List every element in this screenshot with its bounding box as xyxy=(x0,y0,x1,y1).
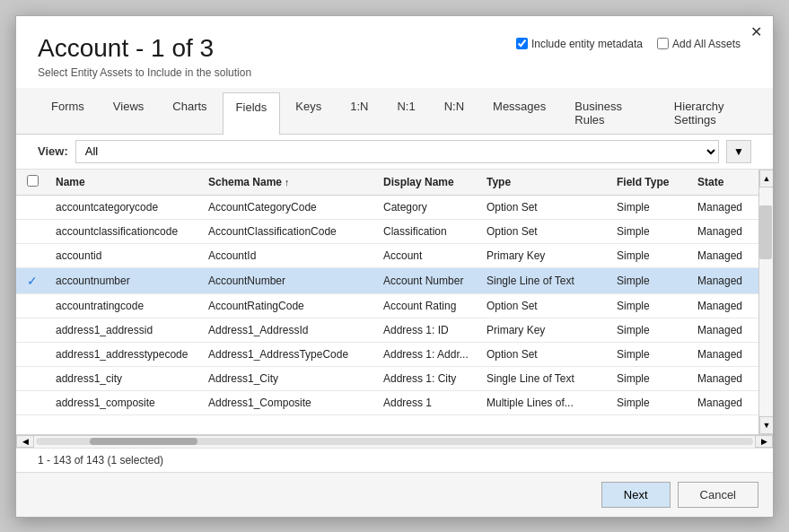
next-button[interactable]: Next xyxy=(601,482,671,508)
include-metadata-checkbox[interactable] xyxy=(516,38,528,49)
row-state: Managed xyxy=(690,219,758,243)
row-display-name: Account Rating xyxy=(376,293,479,318)
table-row[interactable]: address1_addressidAddress1_AddressIdAddr… xyxy=(16,318,758,342)
row-name: address1_city xyxy=(48,366,201,390)
row-name: address1_addressid xyxy=(48,318,201,342)
tab-hierarchy_settings[interactable]: Hierarchy Settings xyxy=(661,92,771,134)
table-row[interactable]: accountidAccountIdAccountPrimary KeySimp… xyxy=(16,243,758,267)
sort-arrow-schema: ↑ xyxy=(285,177,290,188)
row-checkmark: ✓ xyxy=(27,274,38,288)
main-dialog: ✕ Account - 1 of 3 Select Entity Assets … xyxy=(15,15,774,518)
row-schema-name: Address1_AddressTypeCode xyxy=(201,342,376,366)
row-field-type: Simple xyxy=(609,293,690,318)
col-type[interactable]: Type xyxy=(479,170,609,196)
row-type: Option Set xyxy=(479,293,609,318)
row-type: Single Line of Text xyxy=(479,366,609,390)
row-name: accountid xyxy=(48,243,201,267)
tab-keys[interactable]: Keys xyxy=(282,92,335,134)
row-display-name: Category xyxy=(376,195,479,219)
col-state[interactable]: State xyxy=(690,170,758,196)
scroll-left-btn[interactable]: ◀ xyxy=(16,435,34,448)
row-check-cell xyxy=(16,219,48,243)
table-row[interactable]: ✓accountnumberAccountNumberAccount Numbe… xyxy=(16,267,758,293)
table-row[interactable]: address1_compositeAddress1_CompositeAddr… xyxy=(16,390,758,414)
tab-business_rules[interactable]: Business Rules xyxy=(561,92,659,134)
row-schema-name: AccountCategoryCode xyxy=(201,195,376,219)
table-wrapper[interactable]: Name Schema Name ↑ Display Name Type Fie… xyxy=(16,170,758,434)
row-schema-name: AccountClassificationCode xyxy=(201,219,376,243)
row-type: Option Set xyxy=(479,219,609,243)
row-type: Option Set xyxy=(479,195,609,219)
row-state: Managed xyxy=(690,267,758,293)
tab-views[interactable]: Views xyxy=(100,92,157,134)
horiz-scroll-track xyxy=(36,438,753,445)
horiz-scroll-thumb xyxy=(90,438,197,445)
scroll-up-btn[interactable]: ▲ xyxy=(759,170,773,188)
row-check-cell xyxy=(16,318,48,342)
row-type: Single Line of Text xyxy=(479,267,609,293)
select-all-checkbox[interactable] xyxy=(27,175,39,187)
row-name: address1_composite xyxy=(48,390,201,414)
row-schema-name: Address1_AddressId xyxy=(201,318,376,342)
view-select[interactable]: All xyxy=(75,140,719,163)
row-display-name: Address 1 xyxy=(376,390,479,414)
cancel-button[interactable]: Cancel xyxy=(678,482,758,508)
include-metadata-option[interactable]: Include entity metadata xyxy=(516,38,643,50)
col-field-type[interactable]: Field Type xyxy=(609,170,690,196)
row-display-name: Classification xyxy=(376,219,479,243)
include-metadata-label: Include entity metadata xyxy=(531,38,643,50)
col-check xyxy=(16,170,48,196)
status-bar: 1 - 143 of 143 (1 selected) xyxy=(16,448,773,472)
tab-charts[interactable]: Charts xyxy=(159,92,220,134)
row-display-name: Address 1: City xyxy=(376,366,479,390)
row-state: Managed xyxy=(690,318,758,342)
table-row[interactable]: accountclassificationcodeAccountClassifi… xyxy=(16,219,758,243)
add-all-assets-option[interactable]: Add All Assets xyxy=(657,38,741,50)
row-field-type: Simple xyxy=(609,390,690,414)
col-schema-name[interactable]: Schema Name ↑ xyxy=(201,170,376,196)
view-bar: View: All ▼ xyxy=(16,135,773,170)
tab-n1[interactable]: N:1 xyxy=(383,92,428,134)
row-field-type: Simple xyxy=(609,219,690,243)
tab-nn[interactable]: N:N xyxy=(431,92,478,134)
row-schema-name: Address1_Composite xyxy=(201,390,376,414)
dialog-header: Account - 1 of 3 Select Entity Assets to… xyxy=(16,16,773,88)
add-all-assets-label: Add All Assets xyxy=(672,38,741,50)
table-row[interactable]: accountratingcodeAccountRatingCodeAccoun… xyxy=(16,293,758,318)
scroll-right-btn[interactable]: ▶ xyxy=(755,435,773,448)
row-type: Multiple Lines of... xyxy=(479,390,609,414)
tab-fields[interactable]: Fields xyxy=(223,92,281,135)
tab-messages[interactable]: Messages xyxy=(479,92,559,134)
row-field-type: Simple xyxy=(609,243,690,267)
row-check-cell xyxy=(16,390,48,414)
vertical-scrollbar[interactable]: ▲ ▼ xyxy=(758,170,773,434)
row-state: Managed xyxy=(690,366,758,390)
col-display-name[interactable]: Display Name xyxy=(376,170,479,196)
view-dropdown-btn[interactable]: ▼ xyxy=(726,140,751,163)
dialog-footer: Next Cancel xyxy=(16,472,773,517)
row-check-cell: ✓ xyxy=(16,267,48,293)
close-button[interactable]: ✕ xyxy=(750,25,762,39)
scroll-down-btn[interactable]: ▼ xyxy=(759,416,773,434)
table-row[interactable]: address1_addresstypecodeAddress1_Address… xyxy=(16,342,758,366)
scroll-thumb xyxy=(759,205,772,259)
row-check-cell xyxy=(16,366,48,390)
row-name: accountcategorycode xyxy=(48,195,201,219)
row-schema-name: AccountRatingCode xyxy=(201,293,376,318)
add-all-assets-checkbox[interactable] xyxy=(657,38,669,49)
fields-table: Name Schema Name ↑ Display Name Type Fie… xyxy=(16,170,758,415)
tab-1n[interactable]: 1:N xyxy=(337,92,381,134)
row-name: accountclassificationcode xyxy=(48,219,201,243)
table-body: accountcategorycodeAccountCategoryCodeCa… xyxy=(16,195,758,414)
tab-forms[interactable]: Forms xyxy=(38,92,98,134)
table-header: Name Schema Name ↑ Display Name Type Fie… xyxy=(16,170,758,196)
row-state: Managed xyxy=(690,243,758,267)
col-name[interactable]: Name xyxy=(48,170,201,196)
row-display-name: Account xyxy=(376,243,479,267)
row-check-cell xyxy=(16,195,48,219)
row-schema-name: Address1_City xyxy=(201,366,376,390)
horizontal-scrollbar[interactable] xyxy=(34,435,755,448)
table-row[interactable]: address1_cityAddress1_CityAddress 1: Cit… xyxy=(16,366,758,390)
table-row[interactable]: accountcategorycodeAccountCategoryCodeCa… xyxy=(16,195,758,219)
row-type: Primary Key xyxy=(479,243,609,267)
